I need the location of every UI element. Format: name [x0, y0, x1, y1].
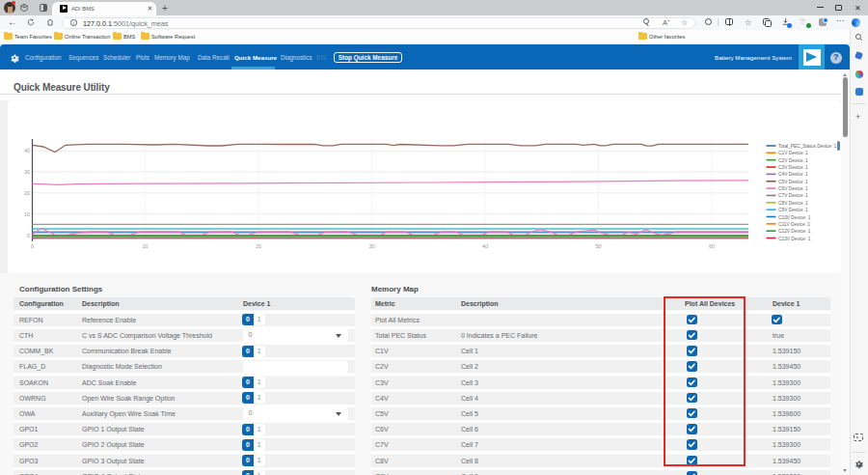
svg-text:40: 40 [482, 243, 488, 249]
svg-text:C2V Device: 1: C2V Device: 1 [778, 158, 808, 163]
svg-text:20: 20 [256, 243, 261, 249]
svg-text:C5V Device: 1: C5V Device: 1 [778, 180, 808, 184]
svg-text:C13V Device: 1: C13V Device: 1 [778, 237, 811, 241]
svg-text:10: 10 [24, 211, 30, 217]
svg-text:30: 30 [24, 169, 30, 175]
svg-text:10: 10 [142, 243, 148, 249]
svg-text:C4V Device: 1: C4V Device: 1 [778, 172, 808, 177]
svg-text:C3V Device: 1: C3V Device: 1 [778, 165, 808, 170]
svg-text:20: 20 [24, 190, 30, 196]
svg-text:C1V Device: 1: C1V Device: 1 [778, 151, 808, 155]
svg-text:C11V Device: 1: C11V Device: 1 [778, 222, 810, 227]
svg-text:Total_PEC_Status Device: 1: Total_PEC_Status Device: 1 [778, 144, 837, 149]
svg-text:C9V Device: 1: C9V Device: 1 [778, 208, 808, 212]
svg-text:C8V Device: 1: C8V Device: 1 [778, 201, 808, 206]
svg-text:0: 0 [27, 233, 30, 238]
svg-text:50: 50 [595, 243, 601, 249]
svg-text:40: 40 [24, 148, 30, 154]
svg-text:C10V Device: 1: C10V Device: 1 [778, 215, 811, 220]
svg-text:C7V Device: 1: C7V Device: 1 [778, 193, 808, 198]
svg-text:0: 0 [31, 243, 34, 249]
svg-text:C12V Device: 1: C12V Device: 1 [778, 229, 811, 234]
svg-text:60: 60 [709, 243, 715, 249]
svg-text:C6V Device: 1: C6V Device: 1 [778, 186, 808, 191]
svg-text:30: 30 [368, 243, 374, 249]
